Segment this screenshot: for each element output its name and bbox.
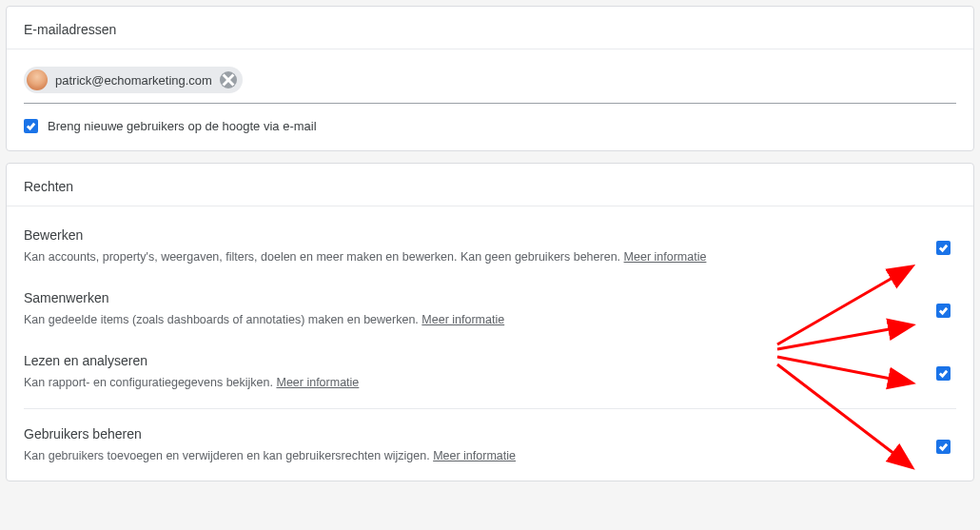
emails-card-body: patrick@echomarketing.com Breng nieuwe g… bbox=[7, 49, 973, 150]
permission-desc: Kan gedeelde items (zoals dashboards of … bbox=[24, 311, 898, 329]
notify-label: Breng nieuwe gebruikers op de hoogte via… bbox=[48, 119, 317, 133]
permission-desc: Kan rapport- en configuratiegegevens bek… bbox=[24, 374, 898, 392]
more-info-link[interactable]: Meer informatie bbox=[624, 250, 707, 264]
permissions-card-header: Rechten bbox=[7, 164, 973, 206]
more-info-link[interactable]: Meer informatie bbox=[421, 313, 504, 326]
email-chip: patrick@echomarketing.com bbox=[24, 67, 243, 93]
more-info-link[interactable]: Meer informatie bbox=[433, 449, 516, 462]
permission-row-read: Lezen en analyseren Kan rapport- en conf… bbox=[24, 343, 956, 405]
permission-checkbox-manage-users check-icon[interactable] bbox=[936, 440, 951, 454]
permission-title: Samenwerken bbox=[24, 290, 898, 305]
permission-desc: Kan accounts, property's, weergaven, fil… bbox=[24, 248, 898, 266]
email-chip-text: patrick@echomarketing.com bbox=[55, 73, 212, 88]
permission-row-collaborate: Samenwerken Kan gedeelde items (zoals da… bbox=[24, 280, 956, 343]
notify-row: Breng nieuwe gebruikers op de hoogte via… bbox=[24, 119, 956, 133]
permission-title: Bewerken bbox=[24, 227, 898, 243]
permissions-body: Bewerken Kan accounts, property's, weerg… bbox=[7, 206, 973, 481]
emails-card-header: E-mailadressen bbox=[7, 7, 973, 49]
remove-chip-button close-icon[interactable] bbox=[220, 71, 237, 88]
permission-checkbox-collaborate check-icon[interactable] bbox=[936, 304, 951, 318]
permission-desc: Kan gebruikers toevoegen en verwijderen … bbox=[24, 447, 898, 465]
permission-row-manage-users: Gebruikers beheren Kan gebruikers toevoe… bbox=[24, 408, 956, 479]
permission-title: Gebruikers beheren bbox=[24, 426, 898, 442]
notify-checkbox check-icon[interactable] bbox=[24, 119, 38, 133]
permission-row-edit: Bewerken Kan accounts, property's, weerg… bbox=[24, 218, 956, 280]
permission-checkbox-edit check-icon[interactable] bbox=[936, 241, 951, 255]
permission-title: Lezen en analyseren bbox=[24, 353, 898, 368]
emails-card: E-mailadressen patrick@echomarketing.com… bbox=[6, 6, 974, 151]
more-info-link[interactable]: Meer informatie bbox=[276, 376, 359, 389]
permission-rows: Bewerken Kan accounts, property's, weerg… bbox=[24, 218, 956, 479]
permission-checkbox-read check-icon[interactable] bbox=[936, 366, 951, 381]
permissions-card: Rechten Bewerken Kan accounts, property'… bbox=[6, 163, 974, 481]
avatar-icon bbox=[27, 69, 48, 90]
email-input-field[interactable]: patrick@echomarketing.com bbox=[24, 67, 956, 104]
